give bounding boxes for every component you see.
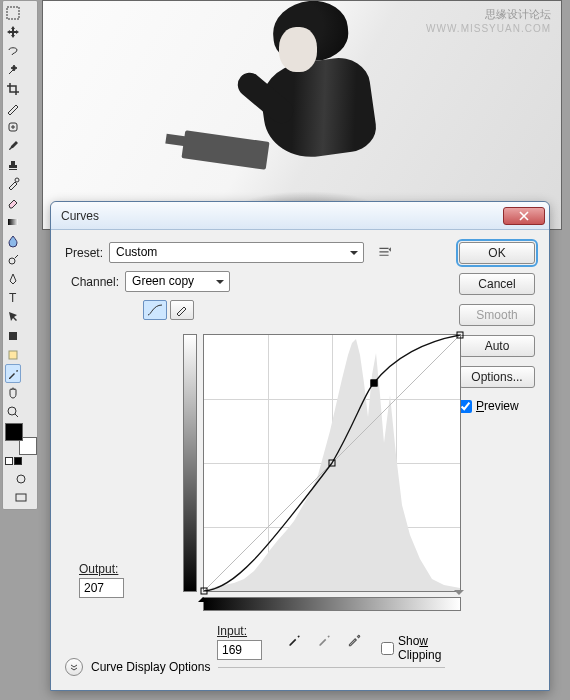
preset-select[interactable]: Custom <box>109 242 364 263</box>
tools-panel: T <box>2 0 38 510</box>
crop-tool[interactable] <box>5 79 21 98</box>
curve-pencil-tool[interactable] <box>170 300 194 320</box>
curve-display-options-label: Curve Display Options <box>91 660 210 674</box>
svg-text:T: T <box>9 291 17 305</box>
channel-label: Channel: <box>71 275 119 289</box>
hand-tool[interactable] <box>5 383 21 402</box>
stamp-tool[interactable] <box>5 155 21 174</box>
white-point-slider[interactable] <box>454 590 464 600</box>
divider <box>218 667 445 668</box>
channel-value: Green copy <box>132 274 194 288</box>
curve-point-tool[interactable] <box>143 300 167 320</box>
input-label: Input: <box>217 624 262 638</box>
curve-graph[interactable] <box>203 334 461 592</box>
history-brush-tool[interactable] <box>5 174 21 193</box>
output-label: Output: <box>79 562 124 576</box>
preset-menu-icon[interactable] <box>376 245 392 261</box>
auto-button[interactable]: Auto <box>459 335 535 357</box>
color-swatches[interactable] <box>5 423 37 455</box>
document-canvas: 思缘设计论坛 WWW.MISSYUAN.COM <box>42 0 562 230</box>
close-icon <box>519 211 529 221</box>
screenmode-toggle[interactable] <box>5 488 37 507</box>
white-eyedropper[interactable] <box>343 629 365 651</box>
svg-rect-8 <box>9 351 17 359</box>
curve-point[interactable] <box>457 332 464 339</box>
black-eyedropper[interactable] <box>283 629 305 651</box>
brush-tool[interactable] <box>5 136 21 155</box>
svg-rect-11 <box>16 494 26 501</box>
output-gradient <box>183 334 197 592</box>
pen-tool[interactable] <box>5 269 21 288</box>
close-button[interactable] <box>503 207 545 225</box>
preview-label: Preview <box>476 399 519 413</box>
dodge-tool[interactable] <box>5 250 21 269</box>
svg-point-3 <box>15 178 19 182</box>
zoom-tool[interactable] <box>5 402 21 421</box>
lasso-tool[interactable] <box>5 41 21 60</box>
ok-button[interactable]: OK <box>459 242 535 264</box>
svg-rect-7 <box>9 332 17 340</box>
slice-tool[interactable] <box>5 98 21 117</box>
black-point-slider[interactable] <box>198 592 208 602</box>
sample-point-tools <box>283 629 365 651</box>
svg-rect-2 <box>9 169 17 170</box>
heal-tool[interactable] <box>5 117 21 136</box>
input-gradient <box>203 597 461 611</box>
mini-swap[interactable] <box>5 457 35 465</box>
svg-point-5 <box>9 258 15 264</box>
cancel-button[interactable]: Cancel <box>459 273 535 295</box>
svg-rect-0 <box>7 7 19 19</box>
wand-tool[interactable] <box>5 60 21 79</box>
output-field[interactable] <box>79 578 124 598</box>
shape-tool[interactable] <box>5 326 21 345</box>
eraser-tool[interactable] <box>5 193 21 212</box>
preset-value: Custom <box>116 245 157 259</box>
options-button[interactable]: Options... <box>459 366 535 388</box>
gray-eyedropper[interactable] <box>313 629 335 651</box>
svg-rect-4 <box>8 219 18 225</box>
curve-point[interactable] <box>329 460 336 467</box>
move-tool[interactable] <box>5 22 21 41</box>
svg-point-9 <box>8 407 16 415</box>
dialog-titlebar[interactable]: Curves <box>51 202 549 230</box>
channel-select[interactable]: Green copy <box>125 271 230 292</box>
dialog-title: Curves <box>61 209 503 223</box>
curves-dialog: Curves OK Cancel Smooth Auto Options... … <box>50 201 550 691</box>
eyedropper-tool[interactable] <box>5 364 21 383</box>
notes-tool[interactable] <box>5 345 21 364</box>
watermark-cn: 思缘设计论坛 <box>485 7 551 22</box>
preset-label: Preset: <box>65 246 103 260</box>
input-field[interactable] <box>217 640 262 660</box>
path-select-tool[interactable] <box>5 307 21 326</box>
type-tool[interactable]: T <box>5 288 21 307</box>
chevron-down-icon <box>69 662 79 672</box>
show-clipping-checkbox[interactable] <box>381 642 394 655</box>
curve-point-selected[interactable] <box>370 380 377 387</box>
quickmask-toggle[interactable] <box>5 469 37 488</box>
smooth-button[interactable]: Smooth <box>459 304 535 326</box>
marquee-tool[interactable] <box>5 3 21 22</box>
watermark-en: WWW.MISSYUAN.COM <box>426 23 551 34</box>
blur-tool[interactable] <box>5 231 21 250</box>
image-subject <box>223 0 403 230</box>
curve-display-toggle[interactable] <box>65 658 83 676</box>
foreground-swatch[interactable] <box>5 423 23 441</box>
gradient-tool[interactable] <box>5 212 21 231</box>
svg-point-10 <box>17 475 25 483</box>
